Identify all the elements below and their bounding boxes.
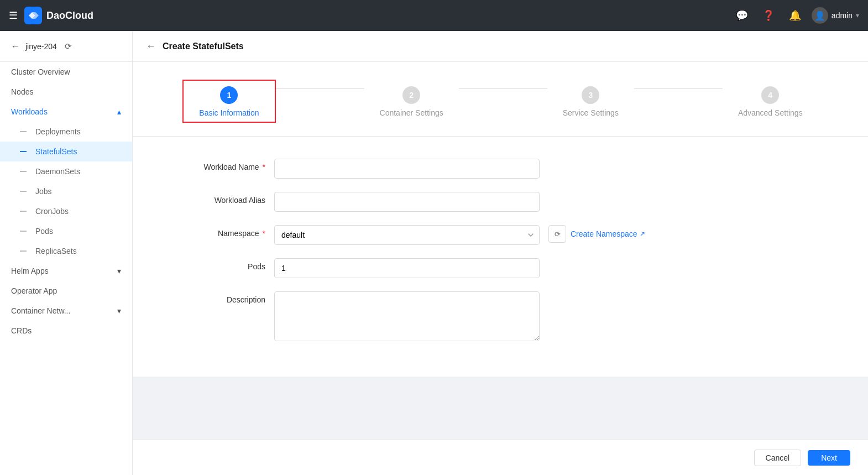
namespace-actions: ⟳ Create Namespace ↗ bbox=[548, 225, 645, 243]
back-icon[interactable]: ← bbox=[11, 41, 20, 51]
sidebar-item-daemonsets[interactable]: DaemonSets bbox=[0, 161, 132, 181]
chevron-down-icon: ▾ bbox=[117, 267, 121, 275]
dash-icon bbox=[20, 151, 27, 152]
step-2-wrapper[interactable]: 2 Container Settings bbox=[364, 80, 459, 123]
sidebar-item-label: CronJobs bbox=[35, 207, 69, 216]
next-button[interactable]: Next bbox=[808, 450, 850, 466]
cluster-header: ← jinye-204 ⟳ bbox=[0, 31, 132, 62]
step-4-circle: 4 bbox=[761, 86, 779, 104]
step-connector-1 bbox=[276, 88, 364, 89]
page-header: ← Create StatefulSets bbox=[133, 31, 868, 62]
sidebar-item-cluster-overview[interactable]: Cluster Overview bbox=[0, 62, 132, 82]
sidebar-item-container-netw[interactable]: Container Netw... ▾ bbox=[0, 301, 132, 321]
step-connector-3 bbox=[634, 88, 723, 89]
dash-icon bbox=[20, 211, 27, 212]
namespace-select-wrapper: default kube-system kube-public bbox=[274, 225, 540, 245]
app-name: DaoCloud bbox=[46, 10, 93, 22]
footer: Cancel Next bbox=[133, 440, 868, 475]
cancel-button[interactable]: Cancel bbox=[754, 450, 802, 466]
dash-icon bbox=[20, 131, 27, 132]
sidebar-item-label: Container Netw... bbox=[11, 306, 70, 315]
main-area: ← Create StatefulSets 1 Basic Informatio… bbox=[133, 31, 868, 475]
main-content: 1 Basic Information 2 Container Settings bbox=[133, 62, 868, 440]
sidebar-item-label: ReplicaSets bbox=[35, 247, 77, 255]
sidebar-item-label: Operator App bbox=[11, 286, 57, 295]
step-1-circle: 1 bbox=[220, 86, 238, 104]
user-menu[interactable]: 👤 admin ▾ bbox=[812, 7, 859, 24]
sidebar-item-crds[interactable]: CRDs bbox=[0, 321, 132, 341]
sidebar-item-label: Workloads bbox=[11, 107, 48, 116]
notification-icon[interactable]: 🔔 bbox=[785, 6, 805, 25]
step-1-wrapper[interactable]: 1 Basic Information bbox=[182, 80, 275, 123]
namespace-label: Namespace * bbox=[177, 225, 265, 238]
steps-row: 1 Basic Information 2 Container Settings bbox=[182, 80, 818, 123]
sidebar-item-helm-apps[interactable]: Helm Apps ▾ bbox=[0, 261, 132, 281]
namespace-select[interactable]: default kube-system kube-public bbox=[274, 225, 540, 245]
namespace-refresh-button[interactable]: ⟳ bbox=[548, 225, 566, 243]
menu-icon[interactable]: ☰ bbox=[9, 9, 18, 22]
step-3-circle: 3 bbox=[582, 86, 599, 104]
sidebar-item-pods[interactable]: Pods bbox=[0, 221, 132, 241]
sidebar-item-label: Nodes bbox=[11, 87, 33, 96]
external-link-icon: ↗ bbox=[640, 230, 645, 238]
sidebar-item-replicasets[interactable]: ReplicaSets bbox=[0, 241, 132, 261]
steps-container: 1 Basic Information 2 Container Settings bbox=[133, 62, 868, 137]
step-3-wrapper[interactable]: 3 Service Settings bbox=[547, 80, 634, 123]
sidebar-item-deployments[interactable]: Deployments bbox=[0, 122, 132, 142]
username: admin bbox=[832, 11, 853, 20]
back-button[interactable]: ← bbox=[146, 40, 156, 52]
avatar: 👤 bbox=[812, 7, 828, 24]
chevron-down-icon: ▾ bbox=[117, 306, 121, 315]
sidebar-item-label: Helm Apps bbox=[11, 267, 49, 275]
namespace-row: Namespace * default kube-system kube-pub… bbox=[177, 225, 824, 245]
help-icon[interactable]: ❓ bbox=[759, 6, 778, 25]
dash-icon bbox=[20, 191, 27, 192]
sidebar-item-cronjobs[interactable]: CronJobs bbox=[0, 201, 132, 221]
dash-icon bbox=[20, 231, 27, 232]
sidebar-item-statefulsets[interactable]: StatefulSets bbox=[0, 142, 132, 161]
step-connector-2 bbox=[459, 88, 547, 89]
sidebar-item-label: CRDs bbox=[11, 326, 32, 335]
chat-icon[interactable]: 💬 bbox=[732, 6, 752, 25]
step-2-label: Container Settings bbox=[380, 108, 443, 117]
step-1-label: Basic Information bbox=[199, 108, 259, 117]
sidebar-item-nodes[interactable]: Nodes bbox=[0, 82, 132, 102]
chevron-up-icon: ▴ bbox=[117, 107, 121, 116]
workload-name-label: Workload Name * bbox=[177, 159, 265, 171]
workload-alias-label: Workload Alias bbox=[177, 192, 265, 205]
sidebar-item-jobs[interactable]: Jobs bbox=[0, 181, 132, 201]
pods-input[interactable] bbox=[274, 258, 540, 278]
description-textarea[interactable] bbox=[274, 291, 540, 341]
top-navigation: ☰ DaoCloud 💬 ❓ 🔔 👤 admin ▾ bbox=[0, 0, 868, 31]
chevron-down-icon: ▾ bbox=[856, 12, 859, 19]
step-3-label: Service Settings bbox=[563, 108, 619, 117]
pods-row: Pods bbox=[177, 258, 824, 278]
sidebar-item-workloads[interactable]: Workloads ▴ bbox=[0, 102, 132, 122]
workload-name-row: Workload Name * bbox=[177, 159, 824, 179]
description-label: Description bbox=[177, 291, 265, 304]
dash-icon bbox=[20, 250, 27, 252]
form-area: Workload Name * Workload Alias Namespace… bbox=[133, 137, 868, 377]
sidebar-item-label: Jobs bbox=[35, 187, 52, 196]
dash-icon bbox=[20, 171, 27, 172]
step-2-circle: 2 bbox=[402, 86, 420, 104]
sidebar-item-label: Deployments bbox=[35, 127, 81, 136]
create-namespace-link[interactable]: Create Namespace ↗ bbox=[571, 229, 645, 238]
logo-icon bbox=[24, 7, 42, 24]
step-4-label: Advanced Settings bbox=[738, 108, 803, 117]
sidebar-item-label: Cluster Overview bbox=[11, 67, 70, 76]
step-4-wrapper[interactable]: 4 Advanced Settings bbox=[723, 80, 818, 123]
app-logo: DaoCloud bbox=[24, 7, 93, 24]
sidebar-item-label: StatefulSets bbox=[35, 147, 77, 156]
pods-label: Pods bbox=[177, 258, 265, 271]
sidebar-item-operator-app[interactable]: Operator App bbox=[0, 281, 132, 301]
page-title: Create StatefulSets bbox=[163, 41, 244, 51]
workload-name-input[interactable] bbox=[274, 159, 540, 179]
sidebar-item-label: Pods bbox=[35, 227, 53, 236]
workload-alias-input[interactable] bbox=[274, 192, 540, 212]
description-row: Description bbox=[177, 291, 824, 341]
refresh-icon[interactable]: ⟳ bbox=[65, 41, 72, 51]
sidebar: ← jinye-204 ⟳ Cluster Overview Nodes Wor… bbox=[0, 31, 133, 475]
sidebar-item-label: DaemonSets bbox=[35, 167, 80, 176]
workload-alias-row: Workload Alias bbox=[177, 192, 824, 212]
